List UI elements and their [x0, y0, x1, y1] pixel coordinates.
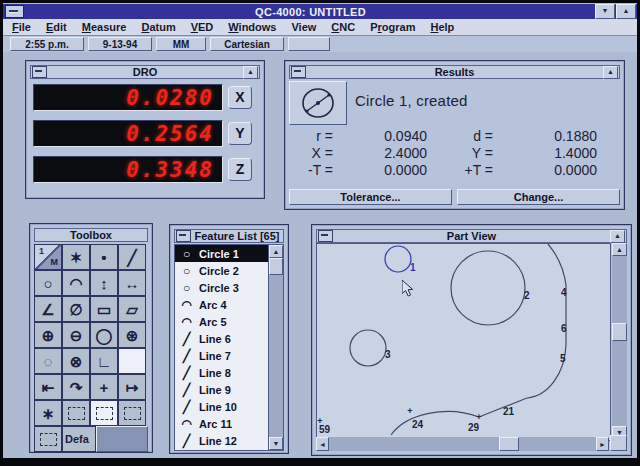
part-feature-circle[interactable]: [385, 246, 411, 272]
blank-tool[interactable]: [118, 348, 146, 374]
status-date: 9-13-94: [88, 37, 152, 51]
tool-icon: [124, 407, 141, 420]
starburst-tool[interactable]: ∗: [34, 400, 62, 426]
line-tool[interactable]: ╱: [118, 244, 146, 270]
parallelogram-tool[interactable]: ▱: [118, 296, 146, 322]
feature-type-icon: ○: [179, 264, 194, 278]
menu-ved[interactable]: VED: [191, 21, 214, 33]
menu-cnc[interactable]: CNC: [331, 21, 355, 33]
scrollbar-thumb[interactable]: [612, 323, 627, 341]
program-rectangle-tool[interactable]: [34, 426, 62, 452]
part-arc-4[interactable]: [548, 244, 566, 285]
scrollbar-track[interactable]: [519, 437, 596, 451]
zoom-feature-tool[interactable]: ⊗: [62, 348, 90, 374]
result-value: 0.0940: [333, 128, 427, 145]
tool-icon: ⊕: [42, 328, 55, 343]
crosshair-tool[interactable]: +: [90, 374, 118, 400]
menu-edit[interactable]: Edit: [46, 21, 67, 33]
menu-program[interactable]: Program: [370, 21, 415, 33]
scroll-up-icon[interactable]: ▲: [269, 245, 283, 258]
up-arrow-icon[interactable]: ▲: [610, 230, 625, 243]
scroll-left-icon[interactable]: ◄: [316, 437, 329, 451]
feature-list-item[interactable]: ╱ Line 13: [175, 449, 268, 451]
feature-list-item[interactable]: ╱ Line 7: [175, 347, 268, 364]
part-arc-24[interactable]: [391, 411, 479, 435]
scroll-up-icon[interactable]: ▲: [612, 243, 627, 256]
axis-button[interactable]: X: [228, 86, 252, 109]
horizontal-distance-tool[interactable]: ↔: [118, 270, 146, 296]
skew-rectangle-tool[interactable]: ▭: [90, 296, 118, 322]
feature-list-item[interactable]: ◠ Arc 11: [175, 415, 268, 432]
scrollbar-thumb[interactable]: [499, 437, 519, 451]
feature-list-item[interactable]: ◠ Arc 4: [175, 296, 268, 313]
menu-datum[interactable]: Datum: [141, 21, 175, 33]
scrollbar-track[interactable]: [612, 341, 627, 426]
magic-wand-tool[interactable]: ✶: [62, 244, 90, 270]
menu-view[interactable]: View: [291, 21, 316, 33]
measure-rectangle-tool[interactable]: [118, 400, 146, 426]
menu-measure[interactable]: Measure: [82, 21, 127, 33]
dro-body: 0.0280 X 0.2564 Y 0.3348 Z: [30, 79, 260, 183]
feature-list-item[interactable]: ○ Circle 1: [175, 245, 268, 262]
skew-compensation-tool[interactable]: ∟: [90, 348, 118, 374]
feature-list-item[interactable]: ╱ Line 10: [175, 398, 268, 415]
feature-list-item[interactable]: ╱ Line 12: [175, 432, 268, 449]
default-button[interactable]: Defa: [62, 426, 96, 452]
tool-icon: [68, 407, 85, 420]
feature-list-item[interactable]: ╱ Line 9: [175, 381, 268, 398]
minimize-button[interactable]: ▼: [595, 4, 615, 19]
change-button[interactable]: Change...: [457, 189, 620, 205]
control-menu-icon[interactable]: [318, 230, 333, 242]
control-menu-icon[interactable]: [32, 66, 47, 78]
arc-tool[interactable]: ◠: [62, 270, 90, 296]
feature-list-item[interactable]: ╱ Line 6: [175, 330, 268, 347]
control-menu-icon[interactable]: [5, 5, 24, 18]
maximize-button[interactable]: ▲: [616, 4, 636, 19]
angle-tool[interactable]: ∠: [34, 296, 62, 322]
part-feature-circle[interactable]: [350, 330, 386, 366]
axis-button[interactable]: Y: [228, 122, 252, 145]
result-label: r =: [289, 128, 333, 145]
scrollbar-track[interactable]: [269, 275, 283, 437]
control-menu-icon[interactable]: [176, 230, 191, 242]
menu-file[interactable]: File: [12, 21, 31, 33]
step-arrow-tool[interactable]: ↦: [118, 374, 146, 400]
zoom-out-tool[interactable]: ⊖: [62, 322, 90, 348]
tool-icon: ◯: [96, 328, 113, 343]
zoom-in-tool[interactable]: ⊕: [34, 322, 62, 348]
zoom-window-tool[interactable]: ◯: [90, 322, 118, 348]
menu-help[interactable]: Help: [430, 21, 454, 33]
tool-icon: ↷: [70, 380, 83, 395]
feature-list-window: Feature List [65] ○ Circle 1 ○ Circle 2 …: [169, 224, 289, 454]
feature-label: Arc 11: [199, 418, 232, 430]
axis-button[interactable]: Z: [228, 158, 252, 181]
magic-measure-tool[interactable]: M: [34, 244, 62, 270]
tolerance-button[interactable]: Tolerance...: [289, 189, 452, 205]
tool-icon: ▱: [126, 302, 138, 317]
circle-tool[interactable]: ○: [34, 270, 62, 296]
menu-windows[interactable]: Windows: [228, 21, 276, 33]
select-rectangle-tool[interactable]: [62, 400, 90, 426]
diameter-tool[interactable]: ∅: [62, 296, 90, 322]
feature-list-item[interactable]: ╱ Line 8: [175, 364, 268, 381]
zoom-selection-tool[interactable]: ◌: [34, 348, 62, 374]
zoom-extents-tool[interactable]: ⊛: [118, 322, 146, 348]
point-tool[interactable]: •: [90, 244, 118, 270]
part-feature-circle[interactable]: [451, 251, 525, 325]
result-label: d =: [427, 128, 493, 145]
up-arrow-icon[interactable]: ▲: [243, 66, 258, 79]
scrollbar-thumb[interactable]: [269, 258, 283, 275]
scroll-down-icon[interactable]: ▼: [269, 437, 283, 450]
control-menu-icon[interactable]: [291, 66, 306, 78]
probe-arc-tool[interactable]: ↷: [62, 374, 90, 400]
datum-edge-tool[interactable]: ⇤: [34, 374, 62, 400]
vertical-distance-tool[interactable]: ↕: [90, 270, 118, 296]
feature-list-item[interactable]: ○ Circle 3: [175, 279, 268, 296]
up-arrow-icon[interactable]: ▲: [603, 66, 618, 79]
result-label: +T =: [427, 162, 493, 179]
feature-list-item[interactable]: ◠ Arc 5: [175, 313, 268, 330]
toolbox-filler: [96, 426, 148, 452]
scroll-right-icon[interactable]: ►: [596, 437, 609, 451]
feature-list-item[interactable]: ○ Circle 2: [175, 262, 268, 279]
scan-rectangle-tool[interactable]: [90, 400, 118, 426]
